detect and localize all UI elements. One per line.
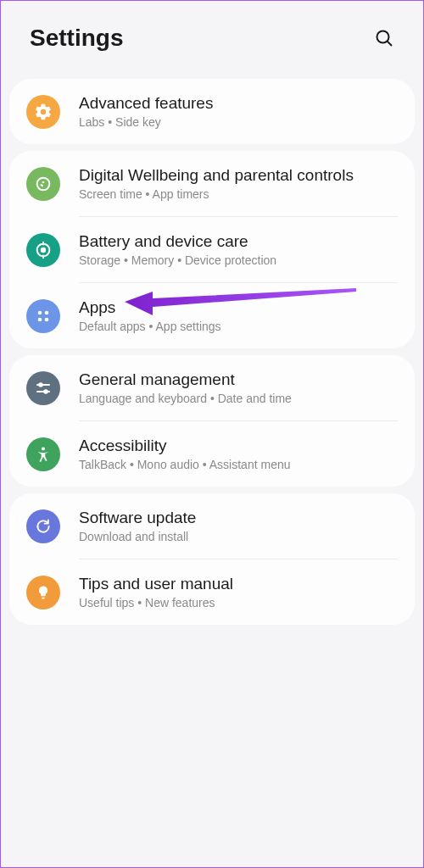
settings-item-software-update[interactable]: Software update Download and install <box>9 493 415 559</box>
item-subtitle: Storage • Memory • Device protection <box>79 253 398 267</box>
item-title: Accessibility <box>79 437 398 455</box>
item-title: General management <box>79 370 398 389</box>
item-subtitle: Labs • Side key <box>79 115 398 129</box>
svg-point-6 <box>45 310 49 314</box>
settings-item-digital-wellbeing[interactable]: Digital Wellbeing and parental controls … <box>9 151 415 216</box>
item-content: Digital Wellbeing and parental controls … <box>79 166 398 201</box>
svg-point-8 <box>45 317 49 321</box>
svg-point-7 <box>38 317 42 321</box>
gear-icon <box>26 95 60 129</box>
settings-item-apps[interactable]: Apps Default apps • App settings <box>9 283 415 348</box>
item-title: Advanced features <box>79 94 398 113</box>
settings-item-tips-manual[interactable]: Tips and user manual Useful tips • New f… <box>9 559 415 625</box>
svg-point-2 <box>37 177 50 190</box>
settings-item-battery-care[interactable]: Battery and device care Storage • Memory… <box>9 217 415 282</box>
settings-item-general-management[interactable]: General management Language and keyboard… <box>9 355 415 420</box>
battery-icon <box>26 233 60 267</box>
item-title: Battery and device care <box>79 232 398 251</box>
svg-point-12 <box>44 390 47 393</box>
item-subtitle: Useful tips • New features <box>79 596 398 609</box>
svg-point-13 <box>42 447 45 450</box>
sliders-icon <box>26 371 60 405</box>
svg-point-5 <box>38 310 42 314</box>
settings-header: Settings <box>1 1 423 72</box>
settings-group: Software update Download and install Tip… <box>9 493 415 625</box>
item-content: Tips and user manual Useful tips • New f… <box>79 575 398 609</box>
item-subtitle: Screen time • App timers <box>79 187 398 201</box>
svg-line-1 <box>388 42 393 47</box>
item-content: Battery and device care Storage • Memory… <box>79 232 398 267</box>
svg-point-10 <box>39 383 42 387</box>
item-content: Accessibility TalkBack • Mono audio • As… <box>79 437 398 471</box>
item-content: Advanced features Labs • Side key <box>79 94 398 129</box>
settings-item-accessibility[interactable]: Accessibility TalkBack • Mono audio • As… <box>9 421 415 487</box>
item-subtitle: Language and keyboard • Date and time <box>79 392 398 405</box>
wellbeing-icon <box>26 167 60 201</box>
svg-point-4 <box>41 247 46 252</box>
settings-group: Advanced features Labs • Side key <box>9 79 415 144</box>
item-content: Apps Default apps • App settings <box>79 298 398 333</box>
item-subtitle: TalkBack • Mono audio • Assistant menu <box>79 458 398 471</box>
update-icon <box>26 509 60 543</box>
settings-item-advanced-features[interactable]: Advanced features Labs • Side key <box>9 79 415 144</box>
item-content: Software update Download and install <box>79 509 398 543</box>
svg-point-0 <box>377 31 389 43</box>
item-title: Tips and user manual <box>79 575 398 593</box>
lightbulb-icon <box>26 576 60 609</box>
item-title: Digital Wellbeing and parental controls <box>79 166 398 185</box>
apps-icon <box>26 299 60 333</box>
item-subtitle: Default apps • App settings <box>79 320 398 333</box>
item-content: General management Language and keyboard… <box>79 370 398 405</box>
item-subtitle: Download and install <box>79 530 398 543</box>
settings-group: General management Language and keyboard… <box>9 355 415 487</box>
settings-group: Digital Wellbeing and parental controls … <box>9 151 415 348</box>
item-title: Software update <box>79 509 398 527</box>
item-title: Apps <box>79 298 398 317</box>
page-title: Settings <box>30 25 123 52</box>
accessibility-icon <box>26 437 60 471</box>
search-icon[interactable] <box>374 28 394 48</box>
